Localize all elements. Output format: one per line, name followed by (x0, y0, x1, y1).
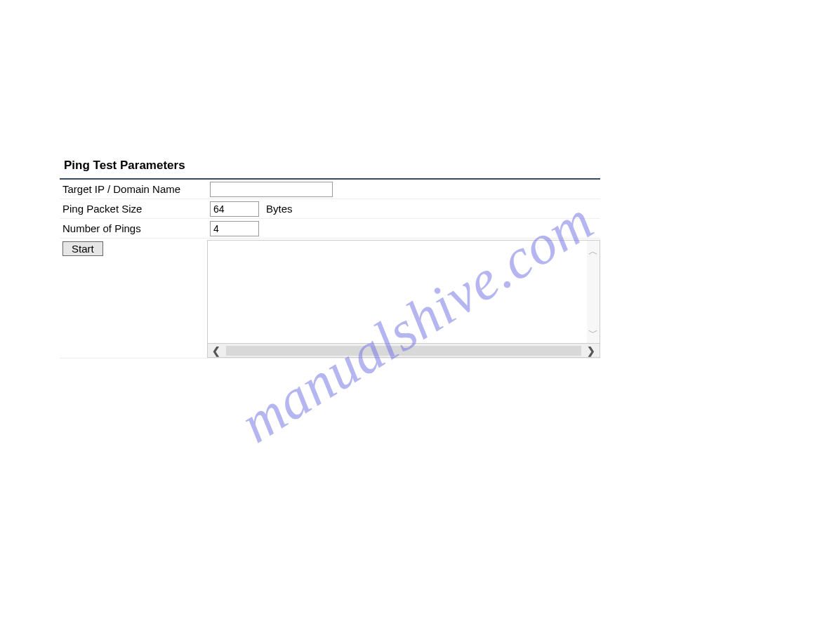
label-num-pings: Number of Pings (62, 222, 210, 234)
start-button[interactable]: Start (62, 241, 103, 256)
label-packet-size: Ping Packet Size (62, 203, 210, 215)
scroll-up-icon[interactable]: ︿ (588, 246, 598, 256)
scroll-left-icon[interactable]: ❮ (208, 346, 225, 356)
scrollbar-track[interactable] (226, 346, 581, 356)
section-title: Ping Test Parameters (60, 154, 600, 180)
input-packet-size[interactable] (210, 201, 259, 217)
scroll-right-icon[interactable]: ❯ (583, 346, 600, 356)
input-num-pings[interactable] (210, 221, 259, 236)
unit-bytes: Bytes (266, 203, 293, 215)
row-num-pings: Number of Pings (60, 219, 600, 239)
row-action: Start ︿ ﹀ ❮ ❯ (60, 239, 600, 358)
vertical-scrollbar[interactable]: ︿ ﹀ (587, 241, 600, 343)
input-target[interactable] (210, 182, 333, 197)
horizontal-scrollbar[interactable]: ❮ ❯ (207, 344, 600, 358)
ping-test-panel: Ping Test Parameters Target IP / Domain … (60, 154, 600, 358)
row-target: Target IP / Domain Name (60, 180, 600, 199)
output-box[interactable]: ︿ ﹀ (207, 240, 600, 344)
scroll-down-icon[interactable]: ﹀ (588, 328, 598, 337)
label-target: Target IP / Domain Name (62, 183, 210, 195)
row-packet-size: Ping Packet Size Bytes (60, 199, 600, 219)
